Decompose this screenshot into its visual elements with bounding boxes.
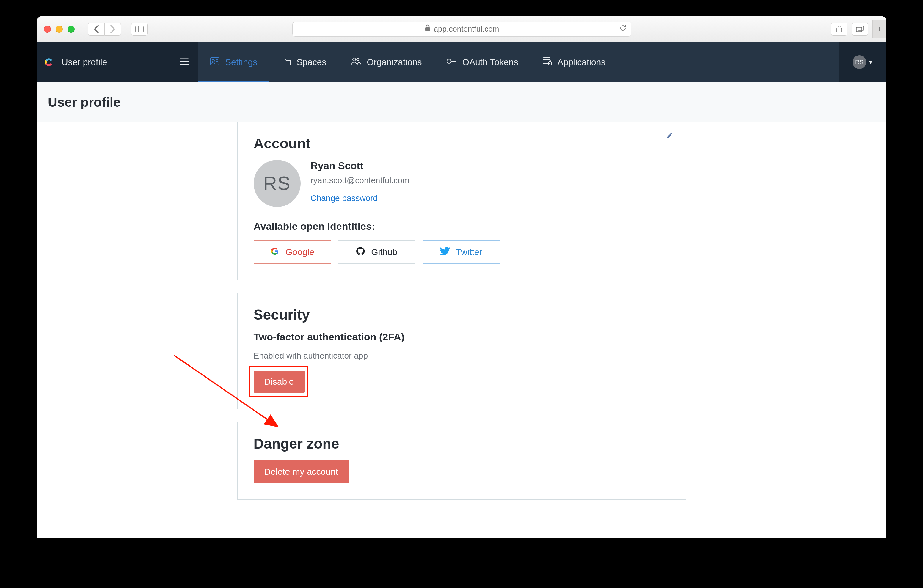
svg-rect-0 [136,26,143,32]
identity-github-button[interactable]: Github [338,240,416,264]
avatar-small: RS [852,55,866,69]
svg-rect-2 [425,27,430,31]
account-email: ryan.scott@contentful.com [311,176,409,185]
svg-rect-4 [856,27,862,31]
change-password-link[interactable]: Change password [311,194,378,203]
twitter-icon [440,247,450,258]
tab-applications[interactable]: Applications [530,42,618,82]
identity-label: Github [371,247,397,257]
security-status: Enabled with authenticator app [254,351,670,361]
app-top-nav: User profile Settings Spaces [37,42,886,82]
svg-rect-11 [543,57,550,64]
browser-toolbar: app.contentful.com + [37,16,886,42]
identity-twitter-button[interactable]: Twitter [422,240,500,264]
hamburger-icon[interactable] [180,58,189,66]
tab-settings[interactable]: Settings [198,42,269,82]
avatar-initials: RS [263,172,291,194]
maximize-window-icon[interactable] [67,26,75,33]
danger-zone-panel: Danger zone Delete my account [237,422,686,500]
back-button[interactable] [88,23,104,36]
folder-icon [281,57,291,68]
window-controls [44,26,75,33]
delete-account-button[interactable]: Delete my account [254,460,349,483]
account-info: Ryan Scott ryan.scott@contentful.com Cha… [311,160,409,203]
identity-label: Twitter [456,247,482,257]
tab-oauth[interactable]: OAuth Tokens [434,42,530,82]
app-tabs: Settings Spaces Organizations OAuth Toke… [198,42,839,82]
svg-point-7 [212,59,214,62]
page-header: User profile [37,82,886,122]
chevron-down-icon: ▾ [869,59,872,66]
people-icon [350,56,361,68]
address-bar[interactable]: app.contentful.com [292,22,631,36]
identity-google-button[interactable]: Google [254,240,331,264]
sidebar-toggle-button[interactable] [131,23,148,36]
account-panel: Account RS Ryan Scott ryan.scott@content… [237,122,686,280]
nav-brand-label: User profile [62,57,107,67]
avatar-large: RS [254,160,301,207]
tab-label: Applications [558,57,606,67]
settings-card-icon [210,56,220,68]
tab-label: OAuth Tokens [462,57,518,67]
account-heading: Account [254,135,670,152]
app-lock-icon [542,56,552,68]
security-heading: Security [254,307,670,323]
reload-icon[interactable] [619,24,627,34]
tab-label: Settings [225,57,257,67]
page-title: User profile [48,95,121,110]
security-subheading: Two-factor authentication (2FA) [254,331,670,343]
identities-row: Google Github Twitter [254,240,670,264]
tab-spaces[interactable]: Spaces [269,42,338,82]
app-nav-left: User profile [37,42,198,82]
new-tab-button[interactable]: + [872,20,886,38]
url-host: app.contentful.com [434,25,499,34]
svg-point-8 [353,58,356,61]
google-icon [270,246,279,258]
share-button[interactable] [831,23,847,36]
edit-icon[interactable] [665,131,674,141]
svg-point-9 [356,58,359,61]
identity-label: Google [286,247,314,257]
disable-2fa-button[interactable]: Disable [254,371,305,393]
tab-label: Spaces [296,57,326,67]
identities-heading: Available open identities: [254,220,670,232]
github-icon [356,246,365,258]
browser-window: app.contentful.com + Us [37,16,886,538]
account-name: Ryan Scott [311,160,409,171]
danger-heading: Danger zone [254,435,670,452]
user-menu[interactable]: RS ▾ [839,42,886,82]
close-window-icon[interactable] [44,26,51,33]
svg-point-10 [447,59,451,63]
avatar-initials: RS [855,59,864,66]
contentful-logo-icon[interactable] [43,56,54,68]
tabs-button[interactable] [852,23,868,36]
key-icon [446,57,457,68]
svg-rect-5 [858,26,864,30]
minimize-window-icon[interactable] [56,26,63,33]
tab-label: Organizations [367,57,422,67]
content: Account RS Ryan Scott ryan.scott@content… [37,122,886,500]
tab-organizations[interactable]: Organizations [338,42,434,82]
nav-back-forward [88,23,121,36]
lock-icon [424,24,431,34]
security-panel: Security Two-factor authentication (2FA)… [237,293,686,409]
forward-button[interactable] [104,23,121,36]
